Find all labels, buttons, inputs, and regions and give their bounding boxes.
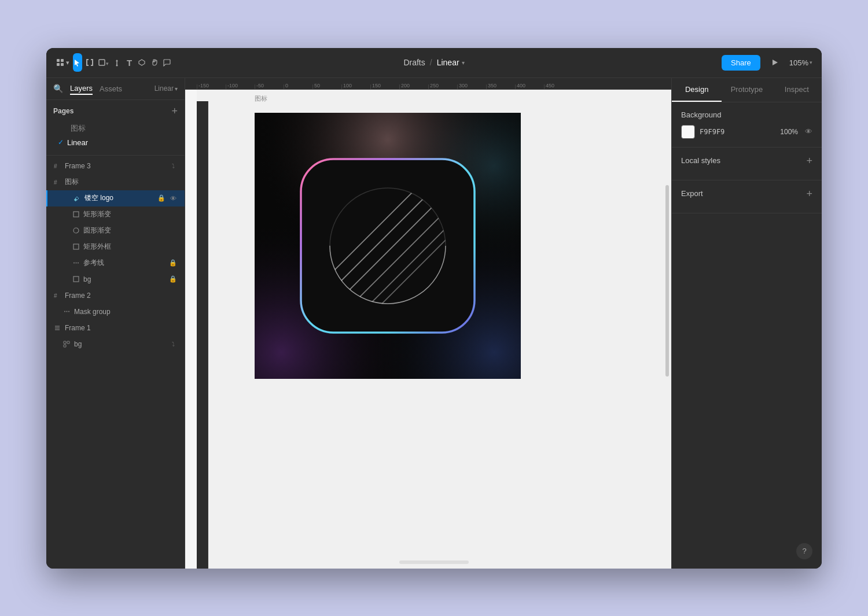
share-button[interactable]: Share xyxy=(722,55,760,71)
visibility-toggle[interactable]: 👁 xyxy=(805,127,812,136)
svg-rect-10 xyxy=(99,60,105,65)
canvas-area[interactable]: -150 -100 -50 0 50 100 150 200 250 300 3… xyxy=(185,78,671,569)
svg-point-19 xyxy=(75,263,76,264)
ruler-mark: 300 xyxy=(457,84,486,89)
add-export-button[interactable]: + xyxy=(806,189,812,199)
layer-name: Frame 1 xyxy=(65,324,178,332)
svg-rect-29 xyxy=(64,341,66,344)
add-page-button[interactable]: + xyxy=(171,106,178,116)
breadcrumb-drafts[interactable]: Drafts xyxy=(403,58,425,67)
background-header: Background xyxy=(681,110,812,119)
toolbar-right: Share 105% ▾ xyxy=(697,54,812,71)
text-tool[interactable]: T xyxy=(125,53,134,72)
vertical-scrollbar[interactable] xyxy=(665,185,669,377)
layer-name: 矩形渐变 xyxy=(83,209,178,219)
layer-logo[interactable]: 镂空 logo 🔒 👁 xyxy=(46,190,185,206)
layer-rect-grad[interactable]: 矩形渐变 xyxy=(46,206,185,223)
main-menu-button[interactable]: ▾ xyxy=(56,53,69,72)
add-local-style-button[interactable]: + xyxy=(806,156,812,166)
frame-label: 图标 xyxy=(255,94,267,103)
pages-section: Pages + 图标 ✓ Linear xyxy=(46,100,185,156)
select-tool[interactable] xyxy=(73,53,82,72)
tab-assets[interactable]: Assets xyxy=(100,83,122,94)
layer-ref-line[interactable]: 参考线 🔒 xyxy=(46,255,185,271)
breadcrumb-current[interactable]: Linear ▾ xyxy=(437,58,465,67)
svg-rect-3 xyxy=(61,63,64,66)
component-sm-icon xyxy=(62,340,71,348)
layer-bg2[interactable]: bg ⤵ xyxy=(46,336,185,352)
ruler-mark: 250 xyxy=(428,84,457,89)
lock-icon[interactable]: 🔒 xyxy=(168,275,178,284)
play-button[interactable] xyxy=(766,54,784,71)
background-color-hex[interactable]: F9F9F9 xyxy=(700,128,724,136)
hand-tool[interactable] xyxy=(150,53,159,72)
tab-design[interactable]: Design xyxy=(672,78,722,102)
svg-text:#: # xyxy=(54,163,57,169)
export-section: Export + xyxy=(672,180,822,213)
right-panel: Design Prototype Inspect Background F9F9… xyxy=(671,78,822,569)
layer-icon-frame[interactable]: # 图标 xyxy=(46,174,185,190)
svg-rect-7 xyxy=(91,65,93,66)
search-icon[interactable]: 🔍 xyxy=(53,84,63,93)
pages-header: Pages + xyxy=(53,106,178,116)
eye-icon[interactable]: 👁 xyxy=(168,194,178,203)
ruler-marks: -150 -100 -50 0 50 100 150 200 250 300 3… xyxy=(185,78,573,89)
icon-artwork-svg xyxy=(255,113,521,379)
rect-icon xyxy=(72,211,80,219)
component-tool[interactable] xyxy=(137,53,146,72)
shape-tool[interactable]: ▾ xyxy=(98,53,109,72)
svg-rect-21 xyxy=(73,276,79,282)
layer-circle-grad[interactable]: 圆形渐变 xyxy=(46,223,185,239)
layer-frame1[interactable]: Frame 1 xyxy=(46,320,185,336)
frame-tool[interactable] xyxy=(86,53,95,72)
comment-tool[interactable] xyxy=(162,53,171,72)
layer-rect-border[interactable]: 矩形外框 xyxy=(46,239,185,255)
layers-section: # Frame 3 ⤵ # 图标 xyxy=(46,156,185,569)
lock-icon[interactable]: 🔒 xyxy=(168,259,178,268)
svg-point-20 xyxy=(78,263,79,264)
horizontal-scrollbar[interactable] xyxy=(399,560,469,564)
layer-bg[interactable]: bg 🔒 xyxy=(46,271,185,287)
help-button[interactable]: ? xyxy=(796,543,812,559)
layer-frame2[interactable]: # Frame 2 xyxy=(46,287,185,304)
page-item-linear[interactable]: ✓ Linear xyxy=(53,136,178,149)
layer-actions: 🔒 👁 xyxy=(157,194,178,203)
svg-rect-30 xyxy=(67,341,69,344)
ruler-mark: 400 xyxy=(515,84,544,89)
svg-point-25 xyxy=(68,311,69,312)
svg-rect-8 xyxy=(86,60,87,65)
rect-icon xyxy=(72,243,80,251)
left-panel: 🔍 Layers Assets Linear ▾ Pages + 图标 xyxy=(46,78,185,569)
dots-icon xyxy=(62,308,71,316)
layer-frame3[interactable]: # Frame 3 ⤵ xyxy=(46,158,185,174)
page-item-icon[interactable]: 图标 xyxy=(53,121,178,136)
layer-mask-group[interactable]: Mask group xyxy=(46,304,185,320)
frame-icon: # xyxy=(53,292,61,300)
svg-point-23 xyxy=(64,311,65,312)
canvas-content[interactable]: 图标 xyxy=(197,90,671,569)
ruler-mark: -50 xyxy=(255,84,284,89)
pages-title: Pages xyxy=(53,107,73,115)
ruler-mark: -150 xyxy=(197,84,226,89)
tab-prototype[interactable]: Prototype xyxy=(722,78,771,102)
layer-fold-icon: ⤵ xyxy=(168,340,178,349)
layer-name: bg xyxy=(83,275,165,283)
svg-rect-31 xyxy=(64,345,66,347)
layer-name: Frame 3 xyxy=(65,162,165,170)
main-layout: 🔍 Layers Assets Linear ▾ Pages + 图标 xyxy=(46,78,822,569)
background-opacity[interactable]: 100% xyxy=(780,128,798,136)
lock-icon[interactable]: 🔒 xyxy=(157,194,166,203)
background-color-swatch[interactable] xyxy=(681,125,695,139)
svg-rect-9 xyxy=(92,60,93,65)
svg-rect-4 xyxy=(86,59,89,60)
svg-rect-5 xyxy=(91,59,93,60)
local-styles-header: Local styles + xyxy=(681,156,812,166)
pen-tool[interactable] xyxy=(112,53,122,72)
tab-layers[interactable]: Layers xyxy=(70,83,93,95)
layer-name: 矩形外框 xyxy=(83,242,178,252)
design-frame[interactable] xyxy=(255,113,521,379)
zoom-control[interactable]: 105% ▾ xyxy=(789,58,812,67)
svg-rect-37 xyxy=(301,159,475,333)
tab-inspect[interactable]: Inspect xyxy=(772,78,822,102)
layer-name: 镂空 logo xyxy=(84,193,153,203)
